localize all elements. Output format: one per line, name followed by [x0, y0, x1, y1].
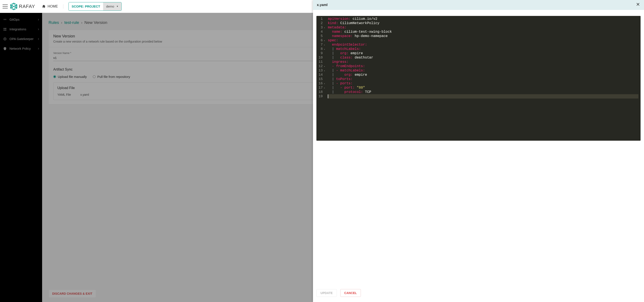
cancel-button[interactable]: CANCEL — [340, 289, 361, 297]
update-button[interactable]: UPDATE — [316, 289, 337, 297]
sidebar-item-label: OPA Gatekeeper — [10, 37, 34, 41]
scope-value: demo ▼ — [103, 2, 121, 11]
sidebar-item-label: Network Policy — [10, 47, 31, 50]
radio-pull-repo-input[interactable] — [93, 75, 96, 78]
scope-selector[interactable]: SCOPE: PROJECT demo ▼ — [68, 2, 122, 11]
crumb-leaf: New Version — [84, 20, 108, 25]
home-icon — [42, 4, 46, 9]
discard-button[interactable]: DISCARD CHANGES & EXIT — [48, 289, 96, 298]
sidebar-item-gitops[interactable]: GitOps › — [0, 15, 42, 24]
chevron-right-icon: › — [38, 46, 39, 51]
hamburger-icon[interactable] — [2, 4, 8, 9]
home-link[interactable]: HOME — [42, 4, 63, 9]
chevron-down-icon: ▼ — [116, 5, 118, 8]
home-label: HOME — [48, 5, 58, 9]
uploaded-file-name: x.yaml — [80, 93, 89, 96]
crumb-rule[interactable]: test-rule — [64, 20, 79, 25]
editor-code[interactable]: apiVersion: cilium.io/v2kind: CiliumNetw… — [326, 16, 640, 141]
sidebar-item-opa-gatekeeper[interactable]: OPA Gatekeeper › — [0, 34, 42, 44]
chevron-right-icon: › — [38, 37, 39, 41]
radio-upload-manual[interactable]: Upload file manually — [53, 75, 87, 79]
gitops-icon — [3, 18, 7, 22]
close-icon — [636, 2, 640, 7]
integrations-icon — [3, 27, 7, 31]
scope-label: SCOPE: PROJECT — [69, 2, 103, 11]
brand-name: RAFAY — [19, 4, 35, 9]
chevron-right-icon: › — [38, 17, 39, 22]
chevron-right-icon: › — [38, 27, 39, 31]
sidebar-item-integrations[interactable]: Integrations › — [0, 24, 42, 34]
modal-title: x.yaml — [317, 3, 328, 7]
svg-point-2 — [4, 38, 6, 39]
sidebar-item-network-policy[interactable]: Network Policy › — [0, 44, 42, 53]
sidebar: GitOps › Integrations › OPA Gatekeeper ›… — [0, 13, 42, 302]
brand-logo[interactable]: RAFAY — [10, 3, 35, 10]
opa-icon — [3, 37, 7, 41]
editor-gutter: 123▾456▾7▾8▾9101112▾13▾141516▾17▾1819 — [316, 16, 326, 141]
file-type-label: YAML File — [57, 93, 71, 96]
yaml-editor-modal: x.yaml 123▾456▾7▾8▾9101112▾13▾141516▾17▾… — [313, 0, 644, 302]
radio-upload-manual-input[interactable] — [53, 75, 56, 78]
crumb-root[interactable]: Rules — [48, 20, 59, 25]
sidebar-item-label: Integrations — [10, 27, 26, 31]
modal-close-button[interactable] — [636, 2, 640, 8]
yaml-editor[interactable]: 123▾456▾7▾8▾9101112▾13▾141516▾17▾1819 ap… — [316, 16, 640, 141]
radio-pull-repo[interactable]: Pull file from repository — [93, 75, 130, 79]
rafay-logo-icon — [10, 3, 17, 10]
sidebar-item-label: GitOps — [10, 18, 20, 21]
network-policy-icon — [3, 47, 7, 51]
